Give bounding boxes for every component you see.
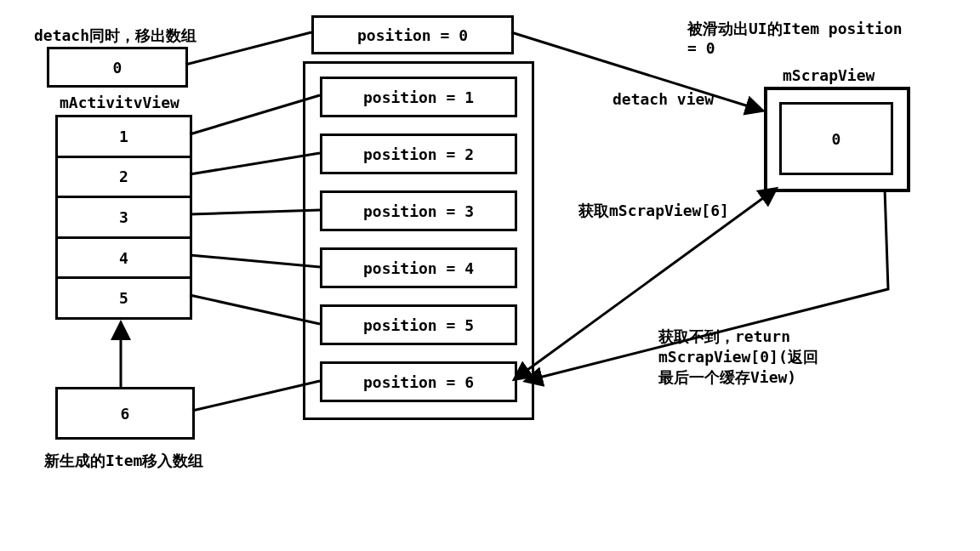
position-box-5: position = 5 xyxy=(320,304,517,345)
new-item-note: 新生成的Item移入数组 xyxy=(44,451,203,471)
position-box-1: position = 1 xyxy=(320,77,517,117)
new-item-box: 6 xyxy=(55,387,195,440)
svg-line-3 xyxy=(190,210,320,214)
svg-line-4 xyxy=(190,255,320,267)
svg-line-5 xyxy=(190,295,320,324)
position-box-4: position = 4 xyxy=(320,247,517,288)
svg-line-6 xyxy=(192,381,320,411)
activity-cell: 4 xyxy=(58,239,190,280)
removed-item-value: 0 xyxy=(113,59,122,77)
activity-cell: 1 xyxy=(58,117,190,158)
get-scrap6-label: 获取mScrapView[6] xyxy=(578,201,729,221)
activity-view-table: 1 2 3 4 5 xyxy=(55,115,192,320)
svg-line-2 xyxy=(190,153,320,174)
scrap-view-inner: 0 xyxy=(779,102,893,175)
position-box-0: position = 0 xyxy=(311,15,514,54)
svg-line-0 xyxy=(185,32,311,65)
activity-cell: 2 xyxy=(58,158,190,199)
detach-view-label: detach view xyxy=(612,90,714,108)
position-box-3: position = 3 xyxy=(320,190,517,231)
scrap-view-title: mScrapView xyxy=(783,66,875,84)
scrolled-out-note: 被滑动出UI的Item position = 0 xyxy=(687,19,903,57)
scrap-value: 0 xyxy=(832,130,841,148)
removed-item-box: 0 xyxy=(47,47,188,88)
position-box-6: position = 6 xyxy=(320,361,517,402)
new-item-value: 6 xyxy=(121,405,130,423)
activity-cell: 5 xyxy=(58,279,190,317)
svg-line-1 xyxy=(190,95,320,134)
activity-view-label: mActivitvView xyxy=(60,94,179,111)
position-box-2: position = 2 xyxy=(320,133,517,174)
diagram-canvas: detach同时，移出数组 mActivitvView 新生成的Item移入数组… xyxy=(0,0,980,551)
activity-cell: 3 xyxy=(58,198,190,239)
get-fail-note: 获取不到，return mScrapView[0](返回 最后一个缓存View) xyxy=(658,327,818,388)
detach-note: detach同时，移出数组 xyxy=(34,26,197,46)
